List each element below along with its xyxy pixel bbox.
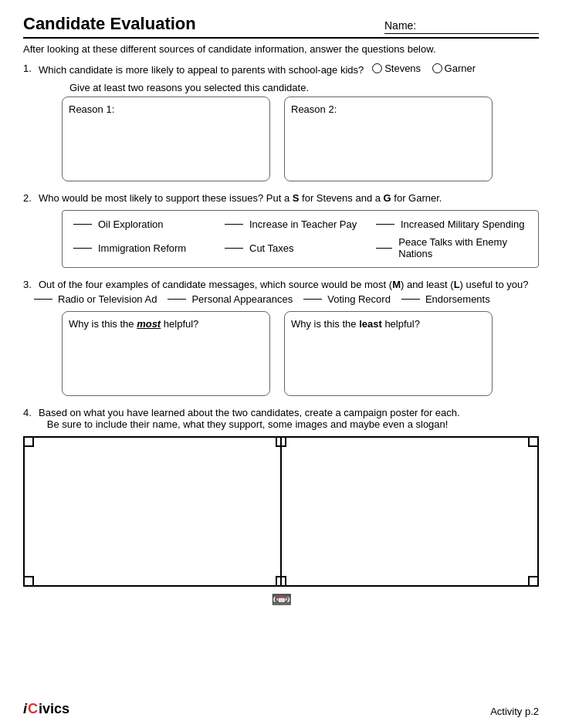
poster-area[interactable] [23,436,539,587]
source-voting: Voting Record [303,293,391,305]
issue-military: Increased Military Spending [376,218,527,230]
issue-taxes: Cut Taxes [225,236,376,259]
issue-immigration-label: Immigration Reform [98,242,186,254]
logo-civic: ivics [39,701,69,717]
most-helpful-box[interactable]: Why is this the most helpful? [62,311,270,396]
garner-label: Garner [445,63,476,74]
issue-oil-blank [73,224,92,225]
radio-circle-stevens[interactable] [372,63,382,73]
q3-body: Out of the four examples of candidate me… [39,279,528,290]
least-helpful-box[interactable]: Why is this the least helpful? [284,311,493,396]
source-appearances-blank [168,299,186,300]
name-field: Name: [384,19,539,34]
question-3-text: 3. Out of the four examples of candidate… [23,279,539,290]
issue-military-blank [376,224,394,225]
intro-text: After looking at these different sources… [23,43,539,55]
reason2-label: Reason 2: [291,103,486,115]
helpful-boxes: Why is this the most helpful? Why is thi… [62,311,539,396]
issue-peace-blank [376,248,392,249]
issue-military-label: Increased Military Spending [401,218,524,230]
q3-num: 3. [23,279,36,290]
q2-body: Who would be most likely to support thes… [39,192,442,204]
poster-left[interactable] [25,438,282,585]
q1-text-boxes: Reason 1: Reason 2: [62,97,539,181]
poster-right[interactable] [282,438,537,585]
question-1-text: 1. Which candidate is more likely to app… [23,63,539,76]
question-4-text: 4. Based on what you have learned about … [23,407,539,430]
poster-container: 📼 [23,436,539,587]
radio-garner[interactable]: Garner [432,63,476,74]
source-appearances: Personal Appearances [168,293,293,305]
tape-icon: 📼 [271,590,292,610]
q1-num: 1. [23,63,36,74]
least-helpful-label: Why is this the least helpful? [291,318,420,330]
page-title: Candidate Evaluation [23,14,196,34]
logo-dot: C [28,701,38,717]
radio-circle-garner[interactable] [432,63,442,73]
issue-peace-label: Peace Talks with Enemy Nations [398,236,527,259]
source-endorsements: Endorsements [401,293,490,305]
question-3: 3. Out of the four examples of candidate… [23,279,539,396]
source-endorsements-blank [401,299,420,300]
source-radio: Radio or Television Ad [34,293,157,305]
source-voting-blank [303,299,322,300]
q1-body: Which candidate is more likely to appeal… [39,63,476,76]
issue-oil-label: Oil Exploration [98,218,164,230]
reason1-label: Reason 1: [69,103,263,115]
icivics-logo: iCivics [23,701,69,717]
issue-taxes-label: Cut Taxes [249,242,294,254]
header: Candidate Evaluation Name: [23,14,539,39]
question-1: 1. Which candidate is more likely to app… [23,63,539,181]
radio-stevens[interactable]: Stevens [372,63,421,74]
issue-teacher: Increase in Teacher Pay [225,218,376,230]
sources-row: Radio or Television Ad Personal Appearan… [34,293,539,305]
issue-immigration: Immigration Reform [73,236,225,259]
question-2-text: 2. Who would be most likely to support t… [23,192,539,204]
source-radio-label: Radio or Television Ad [58,293,157,305]
footer: iCivics Activity p.2 [23,701,539,717]
question-2: 2. Who would be most likely to support t… [23,192,539,268]
activity-label: Activity p.2 [490,706,539,717]
source-endorsements-label: Endorsements [425,293,490,305]
stevens-label: Stevens [384,63,421,74]
source-radio-blank [34,299,52,300]
reason2-box[interactable]: Reason 2: [284,97,493,181]
issue-taxes-blank [225,248,243,249]
issues-box: Oil Exploration Increase in Teacher Pay … [62,210,539,268]
source-appearances-label: Personal Appearances [191,293,293,305]
logo-i: i [23,701,27,717]
source-voting-label: Voting Record [327,293,391,305]
issue-immigration-blank [73,248,92,249]
q4-body: Based on what you have learned about the… [39,407,460,430]
issue-teacher-blank [225,224,243,225]
q1-subtext: Give at least two reasons you selected t… [69,82,539,93]
reason1-box[interactable]: Reason 1: [62,97,270,181]
issue-teacher-label: Increase in Teacher Pay [249,218,357,230]
q4-num: 4. [23,407,36,418]
issue-peace: Peace Talks with Enemy Nations [376,236,527,259]
question-4: 4. Based on what you have learned about … [23,407,539,587]
issue-oil: Oil Exploration [73,218,225,230]
most-helpful-label: Why is this the most helpful? [69,318,198,330]
q2-num: 2. [23,192,36,204]
